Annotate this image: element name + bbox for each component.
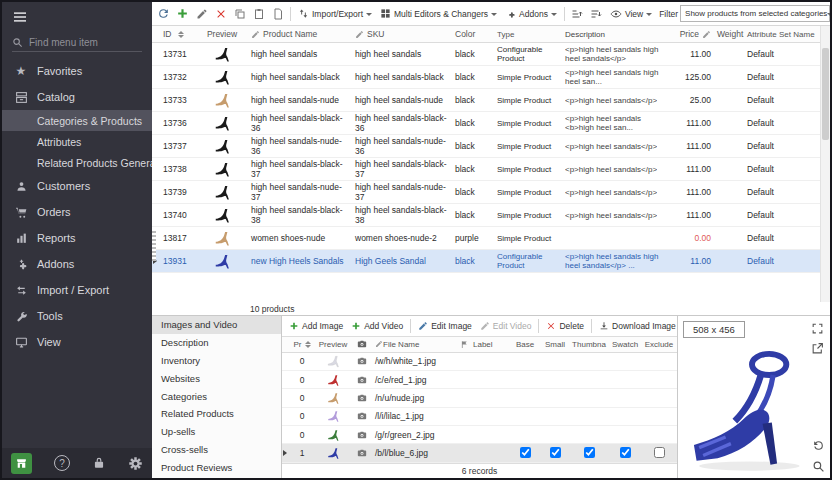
tab-images-and-video[interactable]: Images and Video (152, 316, 281, 334)
column-header-small[interactable]: Small (540, 339, 570, 350)
pencil-icon (702, 30, 711, 39)
import-export-menu[interactable]: Import/Export (295, 4, 375, 24)
column-header-label[interactable]: Label (470, 339, 510, 350)
image-row[interactable]: 0 /l/i/lilac_1.jpg (282, 408, 677, 426)
zoom-icon[interactable] (812, 460, 825, 473)
copy-button[interactable] (231, 5, 248, 23)
plus-icon (289, 321, 299, 331)
swatch-checkbox[interactable] (620, 447, 631, 458)
sidebar-item-reports[interactable]: Reports (2, 225, 152, 251)
table-row[interactable]: 13733 high heel sandals-nude high heel s… (152, 89, 830, 112)
sidebar-item-orders[interactable]: Orders (2, 199, 152, 225)
base-checkbox[interactable] (520, 447, 531, 458)
download-image-button[interactable]: Download Image (596, 317, 677, 335)
edit-video-button[interactable]: Edit Video (477, 317, 535, 335)
column-header-product-name[interactable]: Product Name (248, 26, 352, 42)
exclude-checkbox[interactable] (654, 447, 665, 458)
add-product-button[interactable] (174, 5, 191, 23)
camera-icon (357, 375, 367, 385)
image-row[interactable]: 0 /c/e/red_1.jpg (282, 371, 677, 389)
add-video-button[interactable]: Add Video (348, 317, 406, 335)
column-header-position[interactable]: Pr (290, 339, 314, 350)
sort-descending-button[interactable] (588, 5, 605, 23)
multi-editors-menu[interactable]: Multi Editors & Changers (377, 4, 500, 24)
image-row[interactable]: 0 /n/u/nude.jpg (282, 389, 677, 407)
tab-related-products[interactable]: Related Products (152, 405, 281, 423)
column-header-preview[interactable]: Preview (196, 26, 248, 42)
tab-cross-sells[interactable]: Cross-sells (152, 441, 281, 459)
thumbnail-checkbox[interactable] (584, 447, 595, 458)
column-header-color[interactable]: Color (452, 26, 494, 42)
table-row[interactable]: 13731 high heel sandals high heel sandal… (152, 43, 830, 66)
column-header-price[interactable]: Price (672, 26, 714, 42)
add-image-button[interactable]: Add Image (286, 317, 346, 335)
refresh-button[interactable] (155, 5, 172, 23)
tab-description[interactable]: Description (152, 334, 281, 352)
tab-inventory[interactable]: Inventory (152, 352, 281, 370)
sidebar-item-customers[interactable]: Customers (2, 173, 152, 199)
table-row[interactable]: 13737 high heel sandals-nude-36 high hee… (152, 135, 830, 158)
tab-categories[interactable]: Categories (152, 387, 281, 405)
table-row-selected[interactable]: 13931 new High Heels Sandals High Geels … (152, 250, 830, 273)
product-image (686, 342, 818, 474)
table-row[interactable]: 13740 high heel sandals-black-38 high he… (152, 204, 830, 227)
sidebar-item-favorites[interactable]: ★ Favorites (2, 58, 152, 84)
column-header-swatch[interactable]: Swatch (608, 339, 642, 350)
tab-up-sells[interactable]: Up-sells (152, 423, 281, 441)
sidebar-item-categories-products[interactable]: Categories & Products (2, 110, 152, 131)
sidebar-search[interactable] (12, 34, 142, 52)
sidebar-item-attributes[interactable]: Attributes (2, 131, 152, 152)
store-button[interactable] (11, 453, 32, 474)
sidebar-item-view[interactable]: View (2, 329, 152, 355)
column-header-preview[interactable]: Preview (314, 339, 352, 350)
view-menu[interactable]: View (607, 4, 655, 24)
column-header-thumbnail[interactable]: Thumbna (570, 339, 608, 350)
column-header-exclude[interactable]: Exclude (642, 339, 676, 350)
column-header-attribute-set[interactable]: Attribute Set Name (744, 26, 820, 42)
help-button[interactable]: ? (54, 455, 70, 471)
lock-button[interactable] (92, 456, 106, 470)
column-header-sku[interactable]: SKU (352, 26, 452, 42)
column-header-id[interactable]: ID (160, 26, 196, 42)
column-header-weight[interactable]: Weight (714, 26, 744, 42)
vertical-scrollbar[interactable] (820, 26, 830, 302)
edit-product-button[interactable] (193, 5, 210, 23)
paste-button[interactable] (250, 5, 267, 23)
column-header-type[interactable]: Type (494, 26, 562, 42)
scrollbar-thumb[interactable] (822, 48, 829, 140)
table-row[interactable]: 13738 high heel sandals-black-37 high he… (152, 158, 830, 181)
delete-product-button[interactable] (212, 5, 229, 23)
tab-product-reviews[interactable]: Product Reviews (152, 458, 281, 476)
delete-image-button[interactable]: Delete (543, 317, 587, 335)
sidebar-item-addons[interactable]: Addons (2, 251, 152, 277)
image-row[interactable]: 0 /g/r/green_2.jpg (282, 426, 677, 444)
menu-icon[interactable] (2, 2, 152, 32)
column-header-camera[interactable] (352, 338, 372, 350)
sidebar-item-import-export[interactable]: Import / Export (2, 277, 152, 303)
document-button[interactable] (269, 5, 286, 23)
table-row[interactable]: 13817 women shoes-nude women shoes-nude-… (152, 227, 830, 250)
table-row[interactable]: 13736 high heel sandals-black-36 high he… (152, 112, 830, 135)
panel-splitter-handle[interactable] (152, 231, 156, 261)
table-row[interactable]: 13732 high heel sandals-black high heel … (152, 66, 830, 89)
column-header-file-name[interactable]: File Name (372, 339, 458, 350)
sidebar-item-catalog[interactable]: Catalog (2, 84, 152, 110)
column-header-description[interactable]: Description (562, 26, 672, 42)
filter-select[interactable]: Show products from selected categories (680, 5, 830, 22)
sidebar-item-related-products-generator[interactable]: Related Products Generator (2, 152, 152, 173)
image-row-selected[interactable]: 1 /b/l/blue_6.jpg (282, 444, 677, 462)
settings-button[interactable] (128, 456, 143, 471)
search-input[interactable] (29, 37, 133, 48)
addons-menu[interactable]: Addons (502, 4, 560, 24)
column-header-base[interactable]: Base (510, 339, 540, 350)
sidebar-item-tools[interactable]: Tools (2, 303, 152, 329)
tab-websites[interactable]: Websites (152, 369, 281, 387)
small-checkbox[interactable] (550, 447, 561, 458)
fullscreen-icon[interactable] (811, 322, 824, 335)
edit-image-button[interactable]: Edit Image (415, 317, 475, 335)
column-header-flag[interactable] (458, 340, 470, 349)
table-row[interactable]: 13739 high heel sandals-nude-37 high hee… (152, 181, 830, 204)
image-row[interactable]: 0 /w/h/white_1.jpg (282, 353, 677, 371)
rotate-icon[interactable] (812, 439, 825, 452)
sort-ascending-button[interactable] (569, 5, 586, 23)
